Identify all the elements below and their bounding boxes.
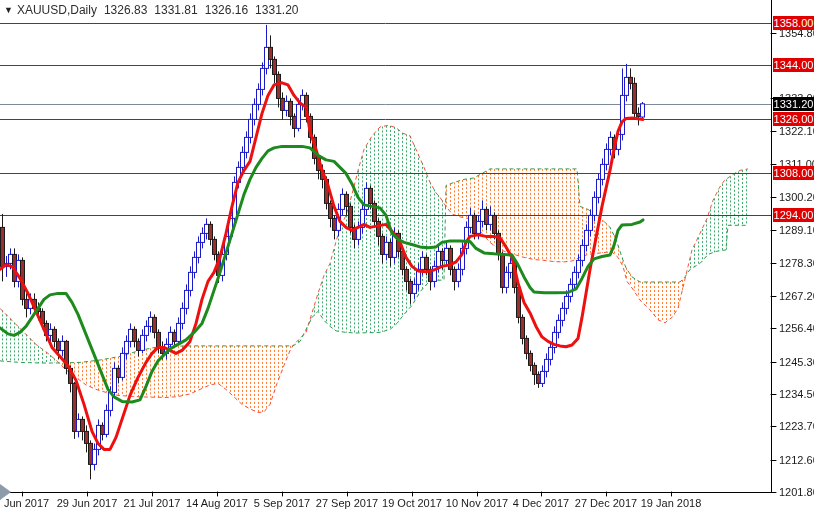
price-level-label[interactable]: 1344.00 xyxy=(773,58,814,72)
price-level-label[interactable]: 1358.00 xyxy=(773,16,814,30)
date-tick-label: 27 Dec 2017 xyxy=(575,497,637,509)
date-tick-label: 21 Jul 2017 xyxy=(124,497,181,509)
price-tick-label: 1300.20 xyxy=(779,191,814,204)
date-tick-label: 10 Nov 2017 xyxy=(446,497,508,509)
symbol-period-label: XAUUSD,Daily xyxy=(17,3,97,17)
price-tick-label: 1223.70 xyxy=(779,420,814,433)
date-tick-label: 19 Oct 2017 xyxy=(382,497,442,509)
price-tick-label: 1322.10 xyxy=(779,125,814,138)
quote-open: 1326.83 xyxy=(104,3,147,17)
price-tick-label: 1256.40 xyxy=(779,322,814,335)
date-tick-label: 27 Sep 2017 xyxy=(316,497,378,509)
chart-title: ▼XAUUSD,Daily1326.831331.811326.161331.2… xyxy=(4,3,299,17)
date-tick-label: 19 Jan 2018 xyxy=(641,497,702,509)
price-tick-label: 1267.20 xyxy=(779,290,814,303)
price-level-label[interactable]: 1326.00 xyxy=(773,112,814,126)
date-tick-label: 5 Sep 2017 xyxy=(254,497,310,509)
chart-canvas[interactable] xyxy=(0,0,814,514)
date-tick-label: 4 Dec 2017 xyxy=(513,497,569,509)
chart-shift-icon[interactable] xyxy=(0,484,11,500)
quote-high: 1331.81 xyxy=(154,3,197,17)
symbol-dropdown-icon[interactable]: ▼ xyxy=(4,5,13,15)
price-level-label[interactable]: 1294.00 xyxy=(773,208,814,222)
quote-low: 1326.16 xyxy=(205,3,248,17)
date-tick-label: 14 Aug 2017 xyxy=(186,497,248,509)
price-tick-label: 1245.30 xyxy=(779,356,814,369)
trading-chart-window: ▼XAUUSD,Daily1326.831331.811326.161331.2… xyxy=(0,0,814,514)
current-price-label: 1331.20 xyxy=(773,97,814,111)
quote-close: 1331.20 xyxy=(255,3,298,17)
date-tick-label: 29 Jun 2017 xyxy=(57,497,118,509)
price-tick-label: 1234.50 xyxy=(779,388,814,401)
price-tick-label: 1212.60 xyxy=(779,454,814,467)
price-tick-label: 1201.80 xyxy=(779,486,814,499)
price-level-label[interactable]: 1308.00 xyxy=(773,166,814,180)
price-tick-label: 1278.30 xyxy=(779,257,814,270)
price-tick-label: 1289.10 xyxy=(779,224,814,237)
